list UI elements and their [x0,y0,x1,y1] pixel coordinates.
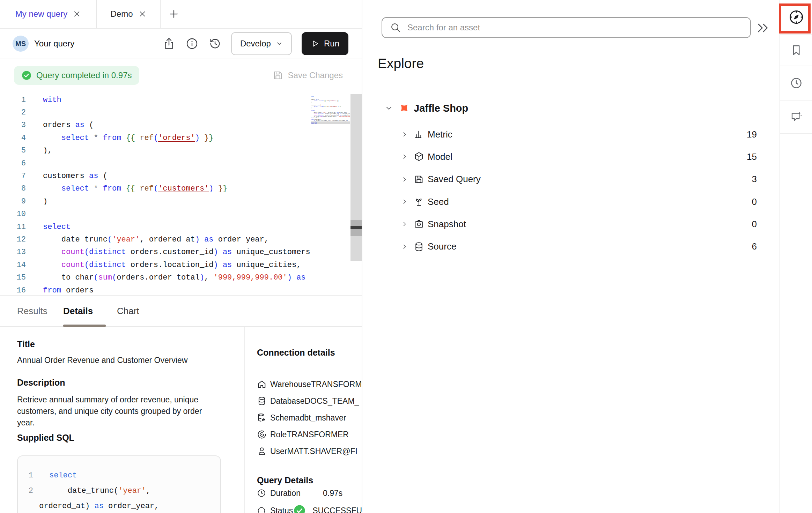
chevron-right-icon[interactable] [401,221,408,227]
explore-tree: Jaffle Shop Metric 19 Model 15 [362,99,760,258]
close-icon[interactable] [73,10,81,18]
count-badge: 0 [752,196,757,207]
connection-details-heading: Connection details [257,345,341,359]
explore-heading: Explore [378,56,424,71]
count-badge: 15 [747,151,757,162]
info-icon[interactable] [186,37,198,50]
tree-row-source[interactable]: Source 6 [362,236,760,258]
sql-code[interactable]: 1with2 3orders as (4 select * from {{ re… [0,94,310,295]
saved-query-icon [414,174,424,185]
count-badge: 6 [752,241,757,252]
share-icon[interactable] [163,37,175,50]
right-toolbar [780,0,812,513]
chat-sparkle-icon [790,111,803,123]
history-icon[interactable] [209,37,221,50]
details-panel: Title Annual Order Revenue and Customer … [0,327,362,513]
new-tab-button[interactable] [163,0,184,28]
tree-row-saved-query[interactable]: Saved Query 3 [362,168,760,191]
editor-panel: My new query Demo MS Your query Develop [0,0,362,513]
tab-my-new-query[interactable]: My new query [0,0,97,28]
tab-results[interactable]: Results [17,296,47,326]
result-tab-bar: Results Details Chart [0,295,362,327]
duration-row: Duration 0.97s [257,486,362,500]
connection-row-role: RoleTRANSFORMER [257,426,362,443]
bookmarks-nav-button[interactable] [780,35,812,66]
clock-icon [257,489,266,498]
connection-row-warehouse: WarehouseTRANSFORM [257,376,362,393]
warehouse-icon [257,379,267,389]
check-circle-icon [22,70,31,80]
compass-icon [788,9,804,25]
close-icon[interactable] [139,10,146,18]
bookmark-icon [790,44,803,57]
connection-row-database: DatabaseDOCS_TEAM_ [257,393,362,409]
play-icon [311,39,319,48]
chevron-right-icon[interactable] [401,199,408,205]
search-icon [390,22,401,33]
explore-panel: Explore Jaffle Shop Metric 19 Model [362,0,780,513]
query-details-heading: Query Details [257,475,313,485]
run-button[interactable]: Run [302,32,348,55]
description-value: Retrieve annual summary of order revenue… [17,394,221,429]
user-icon [257,446,267,456]
chevron-right-icon[interactable] [401,154,408,160]
supplied-sql-heading: Supplied SQL [17,433,74,443]
save-icon [273,70,283,81]
project-name: Jaffle Shop [414,103,468,114]
tree-row-model[interactable]: Model 15 [362,146,760,168]
project-row-jaffle-shop[interactable]: Jaffle Shop [362,99,760,117]
develop-dropdown[interactable]: Develop [231,32,292,55]
title-heading: Title [17,339,35,349]
query-status-pill: Query completed in 0.97s [14,66,139,85]
chevron-right-icon[interactable] [401,131,408,137]
supplied-sql-code: 1select2 date_trunc('year',ordered_at) a… [17,455,221,513]
connection-row-schema: Schemadbt_mshaver [257,409,362,426]
asset-search[interactable] [382,17,751,38]
ai-assistant-nav-button[interactable] [780,101,812,134]
role-icon [257,430,267,439]
save-changes-button[interactable]: Save Changes [273,70,343,81]
success-check-icon [294,505,305,513]
count-badge: 3 [752,174,757,185]
tree-row-metric[interactable]: Metric 19 [362,123,760,146]
status-value: SUCCESSFUL [312,506,362,513]
query-header: MS Your query Develop Run [0,29,362,59]
history-nav-button[interactable] [780,66,812,101]
avatar: MS [13,36,29,52]
tab-details[interactable]: Details [63,296,93,326]
tab-bar: My new query Demo [0,0,362,29]
explore-nav-button[interactable] [780,0,812,35]
status-message: Query completed in 0.97s [36,70,132,80]
count-badge: 0 [752,219,757,230]
snapshot-icon [414,219,424,229]
status-detail-row: Status SUCCESSFUL [257,504,362,513]
source-icon [414,241,424,252]
search-input[interactable] [407,23,722,32]
tab-label: Demo [110,9,133,19]
develop-label: Develop [240,39,271,49]
connection-rows: WarehouseTRANSFORM DatabaseDOCS_TEAM_ Sc… [257,376,362,460]
pane-resize-handle[interactable] [350,226,362,229]
dbt-logo-icon [398,103,409,114]
tree-row-snapshot[interactable]: Snapshot 0 [362,213,760,235]
description-heading: Description [17,378,65,388]
chevron-down-icon [276,40,283,47]
title-value: Annual Order Revenue and Customer Overvi… [17,356,187,365]
save-label: Save Changes [288,70,343,80]
schema-icon [257,413,267,423]
tree-row-seed[interactable]: Seed 0 [362,191,760,213]
sql-editor[interactable]: 1with2 3orders as (4 select * from {{ re… [0,91,362,295]
tab-chart[interactable]: Chart [117,296,139,326]
query-title: Your query [34,39,74,49]
double-chevron-right-icon[interactable] [756,21,770,35]
tab-demo[interactable]: Demo [97,0,161,28]
clock-icon [790,77,803,89]
status-row: Query completed in 0.97s Save Changes [0,59,362,91]
editor-minimap[interactable]: with orders as ( select * from {{ ref('o… [311,96,350,126]
chevron-right-icon[interactable] [401,176,408,183]
chevron-down-icon[interactable] [385,104,393,112]
database-icon [257,396,267,406]
plus-icon [169,9,179,19]
connection-row-user: UserMATT.SHAVER@FI [257,443,362,460]
chevron-right-icon[interactable] [401,244,408,250]
